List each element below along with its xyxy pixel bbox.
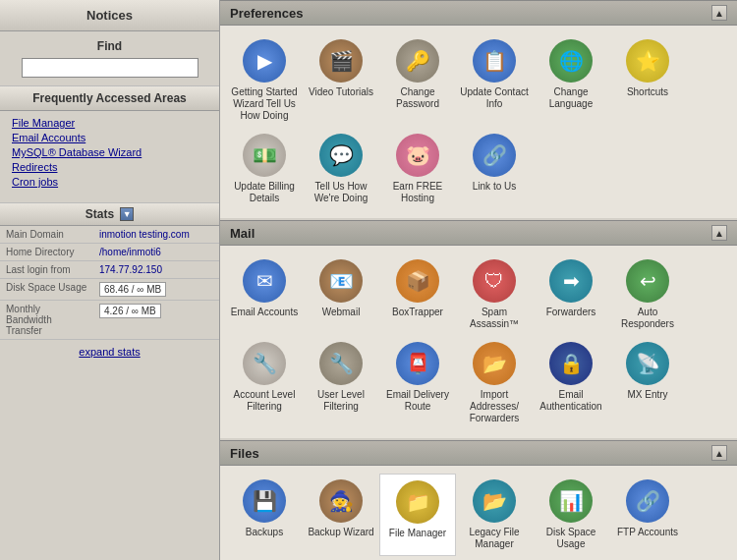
icon-item[interactable]: ➡Forwarders — [533, 253, 609, 336]
icon-item[interactable]: 🔑Change Password — [379, 33, 456, 128]
icon-item[interactable]: 🔧Account Level Filtering — [226, 336, 303, 430]
stat-label: Monthly Bandwidth Transfer — [0, 301, 93, 340]
icon-circle: ⭐ — [626, 39, 669, 83]
icon-item[interactable]: 💵Update Billing Details — [226, 128, 303, 210]
icon-item[interactable]: 📧Webmail — [303, 253, 379, 336]
icon-circle: 🔧 — [319, 342, 363, 385]
icon-item[interactable]: 🐷Earn FREE Hosting — [379, 128, 456, 210]
stats-table: Main Domaininmotion testing.comHome Dire… — [0, 226, 219, 340]
icon-item[interactable]: ⚙FTP Session Control — [226, 556, 303, 560]
frequently-link[interactable]: MySQL® Database Wizard — [12, 146, 207, 158]
stats-title: Stats — [85, 207, 114, 221]
icon-item[interactable]: 📮Email Delivery Route — [379, 336, 456, 430]
icon-item[interactable]: ▶Getting Started Wizard Tell Us How Doin… — [226, 33, 303, 128]
icon-circle: 🐷 — [396, 134, 439, 177]
expand-stats-link[interactable]: expand stats — [0, 340, 219, 364]
stat-label: Main Domain — [0, 226, 93, 244]
icon-circle: 📂 — [473, 342, 516, 385]
icon-item[interactable]: 🔒Email Authentication — [533, 336, 609, 430]
icon-item[interactable]: 🎬Video Tutorials — [303, 33, 379, 128]
icon-label: Forwarders — [546, 307, 596, 318]
icon-circle: 📡 — [626, 342, 669, 385]
stat-label: Home Directory — [0, 244, 93, 261]
icon-label: Shortcuts — [627, 86, 668, 98]
icon-grid-mail: ✉Email Accounts📧Webmail📦BoxTrapper🛡Spam … — [220, 246, 737, 438]
icon-item[interactable]: 📋Update Contact Info — [456, 33, 533, 128]
stat-value: 68.46 / ∞ MB — [93, 279, 219, 301]
frequently-link[interactable]: File Manager — [12, 117, 207, 129]
stat-value: 174.77.92.150 — [93, 261, 219, 279]
frequently-link[interactable]: Redirects — [12, 161, 207, 173]
icon-label: Update Billing Details — [230, 181, 299, 204]
stat-value: /home/inmoti6 — [93, 244, 219, 261]
icon-circle: 🌐 — [549, 39, 593, 83]
find-label: Find — [8, 39, 211, 53]
frequently-title: Frequently Accessed Areas — [32, 91, 187, 105]
icon-label: Getting Started Wizard Tell Us How Doing — [230, 86, 299, 122]
icon-circle: 🧙 — [319, 479, 363, 523]
icon-circle: ▶ — [243, 39, 286, 83]
icon-item[interactable]: 🔗FTP Accounts — [609, 474, 686, 556]
icon-label: FTP Accounts — [617, 527, 678, 538]
frequently-link[interactable]: Email Accounts — [12, 132, 207, 143]
icon-item[interactable]: 💾Backups — [226, 474, 303, 556]
icon-circle: 🔒 — [549, 342, 593, 385]
icon-label: Update Contact Info — [460, 86, 529, 110]
section-scroll-mail[interactable]: ▲ — [711, 225, 727, 241]
icon-circle: 🔗 — [626, 479, 669, 523]
frequently-links: File ManagerEmail AccountsMySQL® Databas… — [0, 111, 219, 196]
frequently-link[interactable]: Cron jobs — [12, 176, 207, 188]
icon-label: Backups — [246, 527, 283, 538]
icon-circle: ↩ — [626, 259, 669, 303]
icon-item[interactable]: ↩Auto Responders — [609, 253, 686, 336]
stats-header: Stats ▼ — [0, 202, 219, 226]
icon-circle: ✉ — [243, 259, 286, 303]
icon-item[interactable]: 📦BoxTrapper — [379, 253, 456, 336]
icon-item[interactable]: 💬Tell Us How We're Doing — [303, 128, 379, 210]
right-panel: Preferences▲▶Getting Started Wizard Tell… — [220, 0, 737, 560]
icon-item[interactable]: 🔧User Level Filtering — [303, 336, 379, 430]
icon-circle: 🛡 — [473, 259, 516, 303]
icon-item[interactable]: 📂Import Addresses/ Forwarders — [456, 336, 533, 430]
icon-label: Auto Responders — [613, 307, 682, 330]
icon-label: Disk Space Usage — [537, 527, 605, 550]
section-header-mail: Mail▲ — [220, 220, 737, 246]
icon-label: Tell Us How We're Doing — [307, 181, 375, 204]
section-scroll-preferences[interactable]: ▲ — [711, 5, 727, 21]
icon-item[interactable]: 📊Disk Space Usage — [533, 474, 609, 556]
icon-item[interactable]: 🔗Link to Us — [456, 128, 533, 210]
icon-item[interactable]: ✉Email Accounts — [226, 253, 303, 336]
icon-label: Spam Assassin™ — [460, 307, 529, 330]
icon-item[interactable]: 📂Legacy File Manager — [456, 474, 533, 556]
icon-label: Link to Us — [473, 181, 516, 193]
icon-label: Backup Wizard — [308, 527, 373, 538]
section-preferences: Preferences▲▶Getting Started Wizard Tell… — [220, 0, 737, 218]
frequently-header: Frequently Accessed Areas — [0, 85, 219, 111]
icon-circle: 📮 — [396, 342, 439, 385]
stat-label: Disk Space Usage — [0, 279, 93, 301]
icon-circle: 📂 — [473, 479, 516, 523]
icon-circle: 💵 — [243, 134, 286, 177]
icon-item[interactable]: 📁File Manager — [379, 474, 456, 556]
icon-label: Change Language — [537, 86, 605, 110]
icon-label: Video Tutorials — [309, 86, 373, 98]
left-panel: Notices Find Frequently Accessed Areas F… — [0, 0, 220, 560]
icon-item[interactable]: 🌐Change Language — [533, 33, 609, 128]
section-header-files: Files▲ — [220, 440, 737, 466]
find-input[interactable] — [22, 58, 198, 78]
icon-circle: 🎬 — [319, 39, 363, 83]
section-scroll-files[interactable]: ▲ — [711, 445, 727, 461]
icon-grid-files: 💾Backups🧙Backup Wizard📁File Manager📂Lega… — [220, 466, 737, 560]
icon-label: Import Addresses/ Forwarders — [460, 389, 529, 424]
icon-item[interactable]: 📡MX Entry — [609, 336, 686, 430]
stats-dropdown-icon[interactable]: ▼ — [120, 207, 134, 221]
icon-item[interactable]: 🛡Spam Assassin™ — [456, 253, 533, 336]
icon-circle: 📁 — [396, 480, 439, 524]
section-header-preferences: Preferences▲ — [220, 0, 737, 26]
icon-label: Account Level Filtering — [230, 389, 299, 413]
icon-label: File Manager — [389, 528, 446, 539]
section-title-preferences: Preferences — [230, 6, 303, 21]
icon-item[interactable]: ⭐Shortcuts — [609, 33, 686, 128]
icon-circle: ➡ — [549, 259, 593, 303]
icon-item[interactable]: 🧙Backup Wizard — [303, 474, 379, 556]
